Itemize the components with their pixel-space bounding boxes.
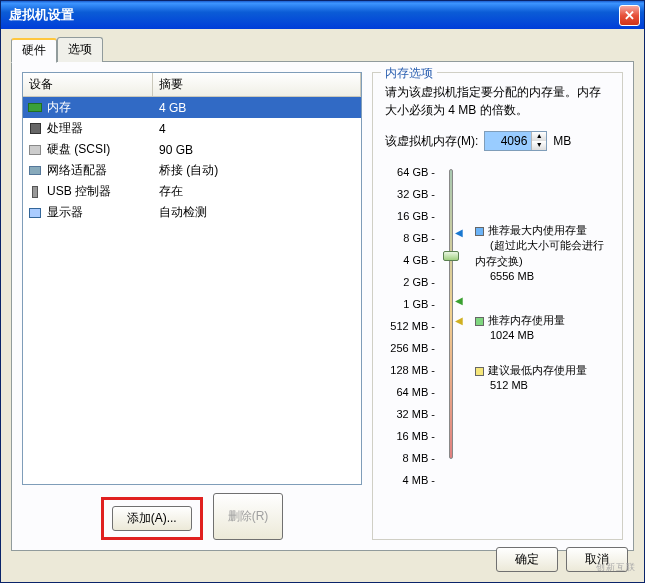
add-button[interactable]: 添加(A)...	[112, 506, 192, 531]
device-name: 显示器	[47, 204, 153, 221]
scale-tick-label: 128 MB ‑	[385, 363, 435, 385]
tab-hardware[interactable]: 硬件	[11, 38, 57, 63]
remove-button: 删除(R)	[213, 493, 284, 540]
header-summary[interactable]: 摘要	[153, 73, 361, 96]
device-name: USB 控制器	[47, 183, 153, 200]
ok-button[interactable]: 确定	[496, 547, 558, 572]
header-device[interactable]: 设备	[23, 73, 153, 96]
rec-max-val: 6556 MB	[475, 270, 534, 282]
disp-icon	[27, 206, 43, 220]
titlebar: 虚拟机设置 ✕	[1, 1, 644, 29]
min-val: 512 MB	[475, 379, 528, 391]
scale-tick-label: 512 MB ‑	[385, 319, 435, 341]
memory-slider-thumb[interactable]	[443, 251, 459, 261]
net-icon	[27, 164, 43, 178]
track-line	[449, 169, 453, 459]
memory-input-row: 该虚拟机内存(M): ▲ ▼ MB	[385, 131, 610, 151]
scale-tick-label: 1 GB ‑	[385, 297, 435, 319]
memory-panel: 内存选项 请为该虚拟机指定要分配的内存量。内存大小必须为 4 MB 的倍数。 该…	[372, 72, 623, 540]
scale-tick-label: 8 MB ‑	[385, 451, 435, 473]
device-name: 网络适配器	[47, 162, 153, 179]
scale-tick-label: 64 GB ‑	[385, 165, 435, 187]
scale-tick-label: 32 GB ‑	[385, 187, 435, 209]
rec-block: 推荐内存使用量 1024 MB	[475, 313, 565, 344]
device-name: 处理器	[47, 120, 153, 137]
memory-scale: 64 GB ‑32 GB ‑16 GB ‑8 GB ‑4 GB ‑2 GB ‑1…	[385, 165, 610, 495]
scale-tick-label: 64 MB ‑	[385, 385, 435, 407]
device-summary: 桥接 (自动)	[153, 162, 357, 179]
memory-input-label: 该虚拟机内存(M):	[385, 133, 478, 150]
device-table: 设备 摘要 内存4 GB处理器4硬盘 (SCSI)90 GB网络适配器桥接 (自…	[22, 72, 362, 485]
tab-options[interactable]: 选项	[57, 37, 103, 62]
device-rows: 内存4 GB处理器4硬盘 (SCSI)90 GB网络适配器桥接 (自动)USB …	[23, 97, 361, 223]
marker-rec-icon: ◀	[455, 295, 463, 306]
watermark: 创新互联	[596, 561, 636, 574]
settings-window: 虚拟机设置 ✕ 硬件 选项 设备 摘要 内存4 GB处理器4硬盘 (SCSI)9…	[0, 0, 645, 583]
window-title: 虚拟机设置	[9, 6, 619, 24]
memory-unit: MB	[553, 134, 571, 148]
scale-tick-label: 8 GB ‑	[385, 231, 435, 253]
rec-val: 1024 MB	[475, 329, 534, 341]
rec-max-label: 推荐最大内使用存量	[488, 224, 587, 236]
marker-min-icon: ◀	[455, 315, 463, 326]
device-panel: 设备 摘要 内存4 GB处理器4硬盘 (SCSI)90 GB网络适配器桥接 (自…	[22, 72, 362, 540]
mem-icon	[27, 101, 43, 115]
device-summary: 自动检测	[153, 204, 357, 221]
table-row[interactable]: 网络适配器桥接 (自动)	[23, 160, 361, 181]
scale-tick-label: 2 GB ‑	[385, 275, 435, 297]
memory-description: 请为该虚拟机指定要分配的内存量。内存大小必须为 4 MB 的倍数。	[385, 83, 610, 119]
marker-max-icon: ◀	[455, 227, 463, 238]
spinner-down-icon[interactable]: ▼	[532, 141, 546, 150]
device-summary: 4 GB	[153, 101, 357, 115]
device-summary: 4	[153, 122, 357, 136]
usb-icon	[27, 185, 43, 199]
device-summary: 90 GB	[153, 143, 357, 157]
memory-input[interactable]	[485, 132, 531, 150]
square-blue-icon	[475, 227, 484, 236]
table-row[interactable]: 内存4 GB	[23, 97, 361, 118]
scale-tick-label: 256 MB ‑	[385, 341, 435, 363]
min-label: 建议最低内存使用量	[488, 364, 587, 376]
square-yellow-icon	[475, 367, 484, 376]
device-table-header: 设备 摘要	[23, 73, 361, 97]
device-summary: 存在	[153, 183, 357, 200]
tab-body: 设备 摘要 内存4 GB处理器4硬盘 (SCSI)90 GB网络适配器桥接 (自…	[11, 61, 634, 551]
tab-strip: 硬件 选项	[11, 37, 634, 62]
add-highlight-box: 添加(A)...	[101, 497, 203, 540]
device-name: 内存	[47, 99, 153, 116]
device-buttons: 添加(A)... 删除(R)	[22, 493, 362, 540]
spinner-arrows: ▲ ▼	[531, 132, 546, 150]
close-button[interactable]: ✕	[619, 5, 640, 26]
square-green-icon	[475, 317, 484, 326]
device-name: 硬盘 (SCSI)	[47, 141, 153, 158]
markers-text: 推荐最大内使用存量 (超过此大小可能会进行内存交换) 6556 MB 推荐内存使…	[469, 165, 610, 495]
table-row[interactable]: 处理器4	[23, 118, 361, 139]
scale-tick-label: 4 GB ‑	[385, 253, 435, 275]
rec-max-sub: (超过此大小可能会进行内存交换)	[475, 239, 604, 266]
spinner-up-icon[interactable]: ▲	[532, 132, 546, 141]
scale-tick-label: 4 MB ‑	[385, 473, 435, 495]
table-row[interactable]: USB 控制器存在	[23, 181, 361, 202]
memory-spinner[interactable]: ▲ ▼	[484, 131, 547, 151]
cpu-icon	[27, 122, 43, 136]
memory-group-title: 内存选项	[381, 65, 437, 82]
memory-groupbox: 内存选项 请为该虚拟机指定要分配的内存量。内存大小必须为 4 MB 的倍数。 该…	[372, 72, 623, 540]
rec-label: 推荐内存使用量	[488, 314, 565, 326]
scale-track[interactable]: ◀ ◀ ◀	[441, 165, 463, 495]
table-row[interactable]: 硬盘 (SCSI)90 GB	[23, 139, 361, 160]
min-block: 建议最低内存使用量 512 MB	[475, 363, 587, 394]
scale-tick-label: 16 GB ‑	[385, 209, 435, 231]
close-icon: ✕	[624, 8, 635, 23]
scale-tick-label: 16 MB ‑	[385, 429, 435, 451]
hdd-icon	[27, 143, 43, 157]
rec-max-block: 推荐最大内使用存量 (超过此大小可能会进行内存交换) 6556 MB	[475, 223, 610, 285]
scale-tick-label: 32 MB ‑	[385, 407, 435, 429]
table-row[interactable]: 显示器自动检测	[23, 202, 361, 223]
scale-labels: 64 GB ‑32 GB ‑16 GB ‑8 GB ‑4 GB ‑2 GB ‑1…	[385, 165, 435, 495]
content-area: 硬件 选项 设备 摘要 内存4 GB处理器4硬盘 (SCSI)90 GB网络适配…	[1, 29, 644, 582]
